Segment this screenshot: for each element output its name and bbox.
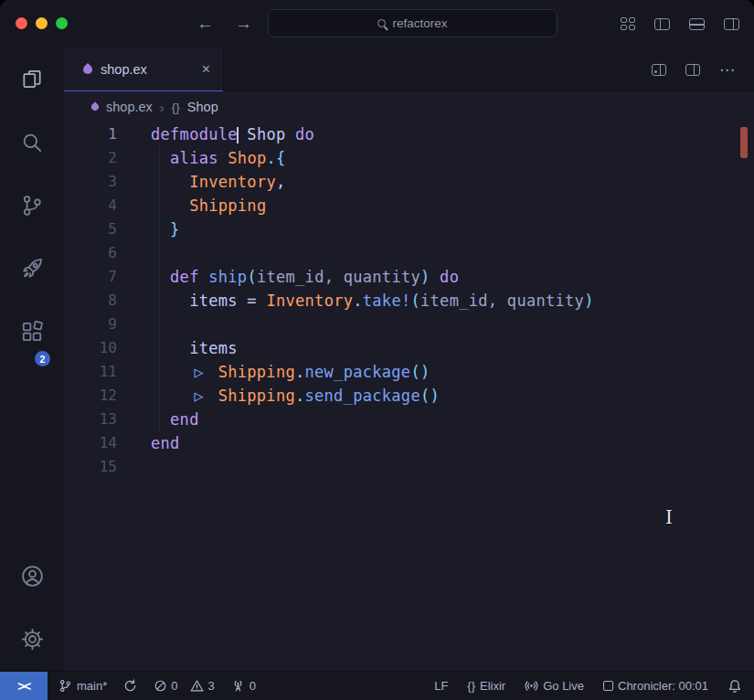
language-item[interactable]: {} Elixir (467, 679, 505, 693)
line-number: 15 (64, 455, 117, 479)
code-line[interactable]: 5 } (64, 217, 754, 241)
code-line[interactable]: 9 (64, 313, 754, 336)
code-line[interactable]: 10 items (64, 336, 754, 360)
customize-layout-icon[interactable] (621, 17, 635, 30)
titlebar: ← → refactorex (0, 0, 754, 48)
ports-item[interactable]: 0 (231, 679, 256, 693)
branch-name: main* (77, 679, 107, 693)
sync-changes-item[interactable] (123, 679, 137, 693)
notifications-item[interactable] (727, 679, 742, 694)
tab-bar: shop.ex × (64, 48, 754, 91)
braces-icon: {} (467, 679, 475, 693)
remote-indicator[interactable]: >< (0, 672, 48, 700)
code-lines: 1defmodule Shop do2 alias Shop.{3 Invent… (64, 122, 754, 479)
checkbox-icon (603, 681, 613, 691)
sidebar-item-account[interactable] (0, 545, 64, 608)
activity-bar: 2 (0, 48, 64, 671)
line-number: 7 (64, 265, 117, 289)
go-live-label: Go Live (543, 679, 584, 693)
line-number: 3 (64, 170, 117, 194)
close-window-button[interactable] (16, 17, 27, 29)
breadcrumb-file[interactable]: shop.ex (106, 100, 153, 114)
toggle-secondary-sidebar-icon[interactable] (724, 18, 739, 30)
code-line[interactable]: 12 ▷ Shipping.send_package() (64, 384, 754, 408)
line-number: 8 (64, 289, 117, 313)
line-number: 4 (64, 194, 117, 217)
chronicler-item[interactable]: Chronicler: 00:01 (603, 679, 708, 693)
more-actions-icon[interactable]: ⋯ (719, 60, 736, 80)
code-editor[interactable]: 1defmodule Shop do2 alias Shop.{3 Invent… (64, 122, 754, 671)
warnings-icon (190, 679, 204, 693)
editor-layout-icon[interactable] (652, 64, 666, 76)
sidebar-item-search[interactable] (0, 111, 64, 174)
radio-tower-icon (231, 679, 245, 693)
line-number: 14 (64, 431, 117, 455)
chevron-right-icon: › (160, 100, 165, 115)
errors-icon (154, 679, 167, 693)
sidebar-item-run-debug[interactable] (0, 237, 64, 300)
code-line[interactable]: 8 items = Inventory.take!(item_id, quant… (64, 289, 754, 313)
sidebar-item-source-control[interactable] (0, 174, 64, 237)
overview-ruler-mark (740, 127, 748, 158)
symbol-braces-icon: {} (172, 101, 180, 114)
tab-label: shop.ex (101, 62, 147, 77)
line-number: 5 (64, 217, 117, 241)
extensions-icon (20, 320, 44, 344)
code-line[interactable]: 15 (64, 455, 754, 479)
bell-icon (727, 679, 742, 694)
code-line[interactable]: 4 Shipping (64, 194, 754, 217)
gear-icon (20, 627, 45, 652)
code-line[interactable]: 7 def ship(item_id, quantity) do (64, 265, 754, 289)
toggle-primary-sidebar-icon[interactable] (654, 18, 670, 30)
line-number: 13 (64, 408, 117, 431)
code-line[interactable]: 2 alias Shop.{ (64, 146, 754, 170)
account-icon (20, 564, 45, 589)
search-text: refactorex (392, 16, 447, 30)
code-line[interactable]: 6 (64, 241, 754, 265)
problems-item[interactable]: 0 3 (154, 679, 214, 693)
sidebar-item-extensions[interactable]: 2 (0, 300, 64, 363)
line-number: 6 (64, 241, 117, 265)
close-tab-icon[interactable]: × (202, 62, 210, 77)
zoom-window-button[interactable] (56, 17, 68, 29)
warnings-count: 3 (207, 679, 214, 693)
breadcrumb: shop.ex › {} Shop (64, 91, 754, 122)
minimize-window-button[interactable] (36, 17, 48, 29)
line-number: 9 (64, 313, 117, 336)
line-number: 12 (64, 384, 117, 408)
sidebar-item-settings[interactable] (0, 608, 64, 671)
tab-shop-ex[interactable]: shop.ex × (64, 48, 224, 91)
split-editor-icon[interactable] (685, 64, 700, 76)
app-window: ← → refactorex (0, 0, 754, 700)
line-number: 2 (64, 146, 117, 170)
line-number: 11 (64, 360, 117, 384)
errors-count: 0 (171, 679, 177, 693)
rocket-icon (20, 256, 45, 281)
back-icon[interactable]: ← (196, 14, 214, 34)
source-control-icon (20, 194, 44, 217)
toggle-panel-icon[interactable] (689, 18, 705, 30)
elixir-file-icon (81, 63, 94, 76)
indent-guide (159, 146, 160, 431)
search-icon (377, 19, 386, 27)
forward-icon[interactable]: → (235, 14, 252, 34)
extensions-badge: 2 (35, 351, 50, 366)
language-name: Elixir (480, 679, 505, 693)
code-line[interactable]: 13 end (64, 408, 754, 431)
go-live-item[interactable]: Go Live (525, 679, 584, 693)
command-center-search[interactable]: refactorex (268, 9, 558, 37)
explorer-icon (20, 68, 44, 91)
eol-item[interactable]: LF (434, 679, 448, 693)
git-branch-item[interactable]: main* (58, 679, 107, 693)
line-number: 1 (64, 122, 117, 146)
breadcrumb-symbol[interactable]: Shop (187, 100, 218, 114)
chronicler-label: Chronicler: 00:01 (618, 679, 708, 693)
elixir-file-icon (90, 101, 100, 111)
code-line[interactable]: 14end (64, 431, 754, 455)
code-line[interactable]: 11 ▷ Shipping.new_package() (64, 360, 754, 384)
code-line[interactable]: 3 Inventory, (64, 170, 754, 194)
sidebar-item-explorer[interactable] (0, 48, 64, 111)
branch-icon (58, 679, 72, 693)
sync-icon (123, 679, 137, 693)
code-line[interactable]: 1defmodule Shop do (64, 122, 754, 146)
